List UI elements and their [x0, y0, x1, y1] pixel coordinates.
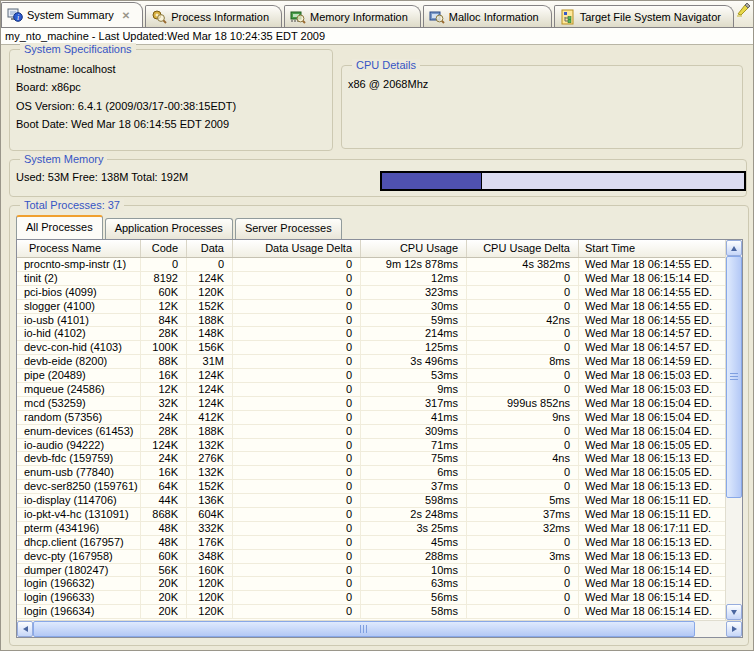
table-cell: random (57356) [17, 411, 141, 424]
table-row[interactable]: tinit (2)8192124K012ms0Wed Mar 18 06:15:… [17, 272, 725, 286]
tab-target-file-system-navigator[interactable]: Target File System Navigator [554, 5, 734, 27]
table-cell: Wed Mar 18 06:14:59 ED. [579, 355, 725, 368]
table-cell: enum-devices (61453) [17, 425, 141, 438]
system-memory-group: System Memory Used: 53M Free: 138M Total… [9, 159, 747, 197]
column-header-process-name[interactable]: Process Name [17, 240, 141, 257]
table-cell: 0 [467, 591, 579, 604]
table-row[interactable]: pipe (20489)16K124K053ms0Wed Mar 18 06:1… [17, 369, 725, 383]
table-cell: 120K [187, 605, 233, 618]
table-row[interactable]: login (196634)20K120K058ms0Wed Mar 18 06… [17, 605, 725, 619]
table-cell: 288ms [361, 550, 467, 563]
group-title: System Memory [20, 153, 107, 166]
tab-malloc-information[interactable]: Malloc Information [423, 5, 552, 27]
table-row[interactable]: devc-con-hid (4103)100K156K0125ms0Wed Ma… [17, 341, 725, 355]
scroll-left-button[interactable] [17, 621, 33, 637]
vertical-scroll-thumb[interactable] [726, 256, 742, 498]
tab-process-information[interactable]: Process Information [145, 5, 282, 27]
table-cell: 24K [141, 411, 187, 424]
table-cell: Wed Mar 18 06:14:55 ED. [579, 314, 725, 327]
table-row[interactable]: mcd (53259)32K124K0317ms999us 852nsWed M… [17, 397, 725, 411]
table-row[interactable]: pterm (434196)48K332K03s 25ms32msWed Mar… [17, 522, 725, 536]
table-row[interactable]: mqueue (24586)12K124K09ms0Wed Mar 18 06:… [17, 383, 725, 397]
table-cell: 0 [467, 383, 579, 396]
table-cell: 124K [187, 383, 233, 396]
table-row[interactable]: devb-fdc (159759)24K276K075ms4nsWed Mar … [17, 452, 725, 466]
table-cell: enum-usb (77840) [17, 466, 141, 479]
table-cell: 0 [233, 425, 361, 438]
table-cell: 84K [141, 314, 187, 327]
table-cell: 12K [141, 383, 187, 396]
table-row[interactable]: enum-usb (77840)16K132K06ms0Wed Mar 18 0… [17, 466, 725, 480]
table-cell: 120K [187, 286, 233, 299]
table-cell: 0 [467, 536, 579, 549]
table-cell: 156K [187, 341, 233, 354]
vertical-scrollbar[interactable] [725, 240, 742, 620]
table-row[interactable]: io-usb (4101)84K188K059ms42nsWed Mar 18 … [17, 314, 725, 328]
table-cell: 0 [233, 314, 361, 327]
table-row[interactable]: io-audio (94222)124K132K071ms0Wed Mar 18… [17, 439, 725, 453]
editor-tabbar: i System Summary ✕ Process Information M… [1, 1, 753, 28]
horizontal-scrollbar[interactable] [17, 620, 742, 637]
table-cell: 0 [467, 564, 579, 577]
table-row[interactable]: devc-ser8250 (159761)64K152K037ms0Wed Ma… [17, 480, 725, 494]
column-header-start-time[interactable]: Start Time [579, 240, 725, 257]
table-cell: 412K [187, 411, 233, 424]
table-row[interactable]: io-pkt-v4-hc (131091)868K604K02s 248ms37… [17, 508, 725, 522]
column-header-code[interactable]: Code [141, 240, 187, 257]
malloc-information-icon [429, 9, 445, 25]
table-cell: 598ms [361, 494, 467, 507]
table-cell: login (196632) [17, 577, 141, 590]
table-cell: 0 [233, 258, 361, 271]
tab-memory-information[interactable]: Memory Information [284, 5, 421, 27]
horizontal-scroll-thumb[interactable] [33, 621, 695, 637]
table-row[interactable]: devc-pty (167958)60K348K0288ms3msWed Mar… [17, 550, 725, 564]
table-cell: Wed Mar 18 06:15:14 ED. [579, 577, 725, 590]
table-row[interactable]: devb-eide (8200)88K31M03s 496ms8msWed Ma… [17, 355, 725, 369]
table-cell: 868K [141, 508, 187, 521]
table-row[interactable]: random (57356)24K412K041ms9nsWed Mar 18 … [17, 411, 725, 425]
table-cell: 0 [233, 550, 361, 563]
table-cell: 12K [141, 300, 187, 313]
memory-used-fill [382, 173, 482, 189]
table-row[interactable]: io-display (114706)44K136K0598ms5msWed M… [17, 494, 725, 508]
scroll-down-button[interactable] [726, 604, 742, 620]
table-cell: devc-pty (167958) [17, 550, 141, 563]
table-cell: 0 [233, 494, 361, 507]
table-cell: 124K [187, 369, 233, 382]
highlighter-icon[interactable] [736, 1, 752, 19]
tab-server-processes[interactable]: Server Processes [235, 218, 342, 239]
table-cell: mcd (53259) [17, 397, 141, 410]
table-cell: 0 [467, 466, 579, 479]
scroll-right-button[interactable] [726, 621, 742, 637]
table-cell: 31M [187, 355, 233, 368]
table-cell: 20K [141, 577, 187, 590]
column-header-cpu-usage-delta[interactable]: CPU Usage Delta [467, 240, 579, 257]
table-row[interactable]: pci-bios (4099)60K120K0323ms0Wed Mar 18 … [17, 286, 725, 300]
table-cell: 32K [141, 397, 187, 410]
tab-system-summary[interactable]: i System Summary ✕ [1, 2, 143, 27]
table-cell: 152K [187, 480, 233, 493]
tab-label: Target File System Navigator [580, 11, 721, 23]
table-row[interactable]: procnto-smp-instr (1)0009m 12s 878ms4s 3… [17, 258, 725, 272]
table-row[interactable]: slogger (4100)12K152K030ms0Wed Mar 18 06… [17, 300, 725, 314]
table-row[interactable]: login (196632)20K120K063ms0Wed Mar 18 06… [17, 577, 725, 591]
table-row[interactable]: dumper (180247)56K160K010ms0Wed Mar 18 0… [17, 564, 725, 578]
tab-all-processes[interactable]: All Processes [16, 215, 103, 239]
table-row[interactable]: enum-devices (61453)28K188K0309ms0Wed Ma… [17, 425, 725, 439]
table-cell: 120K [187, 591, 233, 604]
table-cell: io-pkt-v4-hc (131091) [17, 508, 141, 521]
table-cell: 124K [187, 272, 233, 285]
table-cell: 125ms [361, 341, 467, 354]
table-row[interactable]: login (196633)20K120K056ms0Wed Mar 18 06… [17, 591, 725, 605]
tab-application-processes[interactable]: Application Processes [105, 218, 233, 239]
column-header-data[interactable]: Data [187, 240, 233, 257]
table-cell: 8ms [467, 355, 579, 368]
scroll-up-button[interactable] [726, 240, 742, 256]
table-row[interactable]: dhcp.client (167957)48K176K045ms0Wed Mar… [17, 536, 725, 550]
column-header-cpu-usage[interactable]: CPU Usage [361, 240, 467, 257]
column-header-data-usage-delta[interactable]: Data Usage Delta [233, 240, 361, 257]
close-icon[interactable]: ✕ [122, 10, 130, 21]
table-cell: Wed Mar 18 06:15:05 ED. [579, 466, 725, 479]
table-row[interactable]: io-hid (4102)28K148K0214ms0Wed Mar 18 06… [17, 327, 725, 341]
table-cell: 0 [233, 369, 361, 382]
